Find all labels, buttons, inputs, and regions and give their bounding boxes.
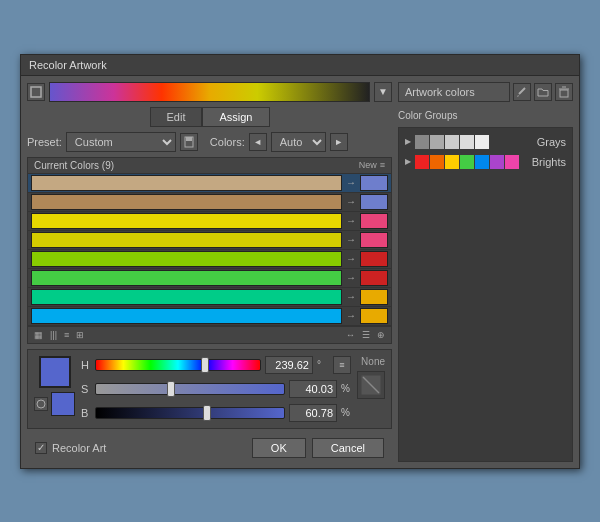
table-row[interactable]: → <box>28 307 391 326</box>
secondary-swatch[interactable] <box>51 392 75 416</box>
bottom-footer: ✓ Recolor Art OK Cancel <box>27 434 392 462</box>
color-strip[interactable] <box>49 82 370 102</box>
preset-save-btn[interactable] <box>180 133 198 151</box>
resize-icon[interactable]: ↔ <box>344 329 357 341</box>
columns-icon[interactable]: ||| <box>48 329 59 341</box>
table-row[interactable]: → <box>28 250 391 269</box>
swatch-sub-icon[interactable] <box>34 397 48 411</box>
right-panel: Artwork colors Color Groups ▶ <box>398 82 573 462</box>
svg-rect-8 <box>560 90 568 97</box>
chevron-down-icon: ▼ <box>378 86 388 97</box>
header-icons: New ≡ <box>359 160 385 170</box>
lines-icon[interactable]: ≡ <box>62 329 71 341</box>
sort-icon: ≡ <box>380 160 385 170</box>
color-rows[interactable]: → → → → <box>28 174 391 326</box>
tab-edit[interactable]: Edit <box>150 107 203 127</box>
dialog-title: Recolor Artwork <box>29 59 107 71</box>
table-row[interactable]: → <box>28 288 391 307</box>
colors-table: Current Colors (9) New ≡ → → <box>27 157 392 344</box>
footer-icons-left: ▦ ||| ≡ ⊞ <box>32 329 86 341</box>
color-groups-section: ▶ Grays ▶ <box>398 127 573 462</box>
none-swatch[interactable] <box>357 371 385 399</box>
recolor-art-row: ✓ Recolor Art <box>35 440 106 456</box>
folder-icon-btn[interactable] <box>534 83 552 101</box>
table-row[interactable]: → <box>28 193 391 212</box>
preset-select[interactable]: Custom <box>66 132 176 152</box>
h-unit: ° <box>317 359 327 370</box>
arrow-icon: → <box>344 272 358 283</box>
s-slider-track[interactable] <box>95 383 285 395</box>
arrow-icon: → <box>344 310 358 321</box>
b-unit: % <box>341 407 351 418</box>
rp-toolbar: Artwork colors <box>398 82 573 102</box>
brights-label: Brights <box>532 156 566 168</box>
brights-swatches <box>415 155 528 169</box>
hsb-section: H ° ≡ S <box>27 349 392 429</box>
colors-decrement-btn[interactable]: ◄ <box>249 133 267 151</box>
svg-point-3 <box>37 400 45 408</box>
add-icon[interactable]: ⊕ <box>375 329 387 341</box>
colors-header: Current Colors (9) New ≡ <box>28 158 391 174</box>
h-slider-track[interactable] <box>95 359 261 371</box>
new-label: New <box>359 160 377 170</box>
tabs-row: Edit Assign <box>27 107 392 127</box>
current-colors-label: Current Colors (9) <box>34 160 114 171</box>
arrow-icon: → <box>344 215 358 226</box>
b-label: B <box>81 407 91 419</box>
arrow-icon: → <box>344 177 358 188</box>
dialog-titlebar: Recolor Artwork <box>21 55 579 76</box>
hsb-sliders: H ° ≡ S <box>81 356 351 422</box>
table-row[interactable]: → <box>28 269 391 288</box>
color-strip-row: ▼ <box>27 82 392 102</box>
preset-label: Preset: <box>27 136 62 148</box>
cancel-button[interactable]: Cancel <box>312 438 384 458</box>
trash-icon-btn[interactable] <box>555 83 573 101</box>
arrow-icon: → <box>344 291 358 302</box>
svg-rect-0 <box>31 87 41 97</box>
recolor-art-checkbox[interactable]: ✓ <box>35 442 47 454</box>
s-unit: % <box>341 383 351 394</box>
b-value-input[interactable] <box>289 404 337 422</box>
colors-increment-btn[interactable]: ► <box>330 133 348 151</box>
list-icon[interactable]: ☰ <box>360 329 372 341</box>
list-item[interactable]: ▶ Grays <box>403 132 568 152</box>
colors-select[interactable]: Auto <box>271 132 326 152</box>
left-panel: ▼ Edit Assign Preset: Custom Colors: ◄ <box>27 82 392 462</box>
eyedropper-icon-btn[interactable] <box>513 83 531 101</box>
expand-icon: ▶ <box>405 157 411 166</box>
arrow-icon: → <box>344 196 358 207</box>
layers-icon[interactable]: ⊞ <box>74 329 86 341</box>
swatch-column <box>34 356 75 422</box>
list-item[interactable]: ▶ Brights <box>403 152 568 172</box>
colors-label: Colors: <box>210 136 245 148</box>
preset-row: Preset: Custom Colors: ◄ Auto ► <box>27 132 392 152</box>
h-label: H <box>81 359 91 371</box>
table-row[interactable]: → <box>28 231 391 250</box>
strip-dropdown-btn[interactable]: ▼ <box>374 82 392 102</box>
recolor-art-label: Recolor Art <box>52 442 106 454</box>
square-icon-btn[interactable] <box>27 83 45 101</box>
tab-assign[interactable]: Assign <box>202 107 269 127</box>
table-row[interactable]: → <box>28 174 391 193</box>
svg-marker-7 <box>517 95 519 97</box>
recolor-artwork-dialog: Recolor Artwork ▼ Edit Assign Pres <box>20 54 580 469</box>
table-row[interactable]: → <box>28 212 391 231</box>
expand-icon: ▶ <box>405 137 411 146</box>
ok-button[interactable]: OK <box>252 438 306 458</box>
arrow-icon: → <box>344 234 358 245</box>
s-label: S <box>81 383 91 395</box>
artwork-colors-label: Artwork colors <box>398 82 510 102</box>
grid-icon[interactable]: ▦ <box>32 329 45 341</box>
grays-label: Grays <box>537 136 566 148</box>
h-value-input[interactable] <box>265 356 313 374</box>
h-options-btn[interactable]: ≡ <box>333 356 351 374</box>
check-icon: ✓ <box>37 442 45 453</box>
s-value-input[interactable] <box>289 380 337 398</box>
none-section: None <box>357 356 385 422</box>
color-groups-label: Color Groups <box>398 110 573 121</box>
colors-table-footer: ▦ ||| ≡ ⊞ ↔ ☰ ⊕ <box>28 326 391 343</box>
grays-swatches <box>415 135 533 149</box>
footer-icons-right: ↔ ☰ ⊕ <box>344 329 387 341</box>
main-color-swatch[interactable] <box>39 356 71 388</box>
b-slider-track[interactable] <box>95 407 285 419</box>
